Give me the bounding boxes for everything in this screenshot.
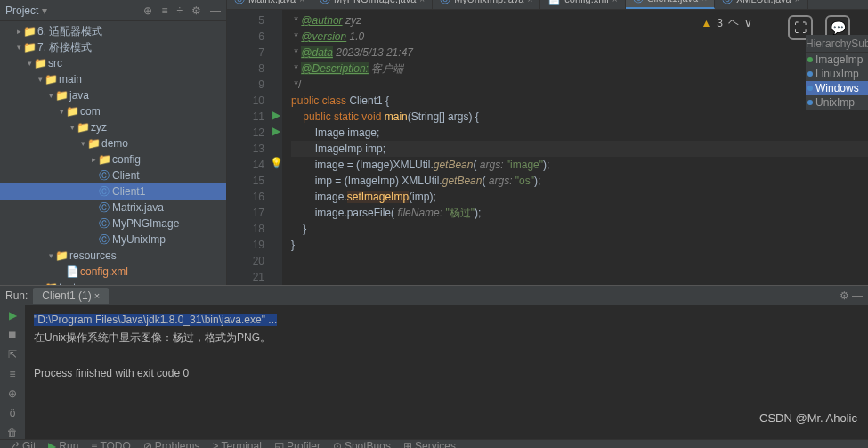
editor-tabs[interactable]: ⒸMatrix.java×ⒸMyPNGImage.java×ⒸMyUnixImp… xyxy=(227,0,868,10)
tree-item[interactable]: ▾📁demo xyxy=(0,135,226,151)
tool-icon[interactable]: ⊕ xyxy=(8,387,17,400)
run-toolbar: ▶ ⏹ ⇱ ≡ ⊕ ö 🗑 xyxy=(0,305,25,439)
tree-item[interactable]: ▾📁com xyxy=(0,103,226,119)
project-icon[interactable]: ≡ xyxy=(161,4,167,17)
gear-icon[interactable]: ⚙ — xyxy=(840,289,863,302)
statusbar-item[interactable]: ⊘Problems xyxy=(143,440,200,448)
gutter-marks: ▶▶💡 xyxy=(270,10,282,285)
project-icon[interactable]: ⚙ xyxy=(191,4,201,17)
project-tree[interactable]: ▸📁6. 适配器模式▾📁7. 桥接模式▾📁src▾📁main▾📁java▾📁co… xyxy=(0,21,226,285)
watermark: CSDN @Mr. Aholic xyxy=(759,411,857,425)
statusbar-item[interactable]: ≡TODO xyxy=(91,440,130,448)
run-panel: Run: Client1 (1) × ⚙ — ▶ ⏹ ⇱ ≡ ⊕ ö 🗑 "D:… xyxy=(0,285,868,439)
editor-tab[interactable]: ⒸMatrix.java× xyxy=(227,0,312,9)
tree-item[interactable]: ▾📁zyz xyxy=(0,119,226,135)
project-icon[interactable]: — xyxy=(210,4,221,17)
hierarchy-item[interactable]: ImageImp xyxy=(806,53,868,67)
project-header: Project ▾ ⊕ ≡ ÷ ⚙ — xyxy=(0,0,226,21)
statusbar-item[interactable]: ⎇Git xyxy=(7,440,36,448)
close-icon[interactable]: × xyxy=(527,0,532,4)
warning-badge[interactable]: ▲ 3 ヘ ∨ xyxy=(701,15,752,30)
tree-item[interactable]: ⒸClient1 xyxy=(0,183,226,200)
editor-tab[interactable]: ⒸMyUnixImp.java× xyxy=(433,0,540,9)
close-icon[interactable]: × xyxy=(795,0,800,4)
run-tab[interactable]: Client1 (1) × xyxy=(33,288,109,304)
run-label: Run: xyxy=(5,289,28,302)
tree-item[interactable]: ▾📁7. 桥接模式 xyxy=(0,39,226,55)
project-icon[interactable]: ⊕ xyxy=(143,4,152,17)
editor: ⒸMatrix.java×ⒸMyPNGImage.java×ⒸMyUnixImp… xyxy=(227,0,868,285)
editor-tab[interactable]: 📄config.xml× xyxy=(540,0,625,9)
hierarchy-item[interactable]: UnixImp xyxy=(806,95,868,110)
statusbar-item[interactable]: ⊙SpotBugs xyxy=(333,440,391,448)
tree-item[interactable]: ⒸMyUnixImp xyxy=(0,232,226,248)
tree-item[interactable]: ▾📁src xyxy=(0,55,226,71)
tool-icon[interactable]: ö xyxy=(10,407,16,419)
statusbar-item[interactable]: >Terminal xyxy=(213,440,262,448)
gutter: 56789101112131415161718192021 xyxy=(227,10,270,285)
close-icon[interactable]: × xyxy=(612,0,618,4)
hierarchy-panel: Hierarchy Subtype ImageImpLinuxImpWindow… xyxy=(806,35,868,110)
close-icon[interactable]: × xyxy=(299,0,304,4)
console[interactable]: "D:\Program Files\Java\jdk1.8.0_31\bin\j… xyxy=(25,305,868,439)
rerun-icon[interactable]: ▶ xyxy=(9,309,17,322)
trash-icon[interactable]: 🗑 xyxy=(7,427,18,439)
tree-item[interactable]: ▸📁config xyxy=(0,151,226,167)
close-icon[interactable]: × xyxy=(702,0,707,4)
hierarchy-item[interactable]: LinuxImp xyxy=(806,67,868,81)
tool-icon[interactable]: ≡ xyxy=(9,368,15,380)
stop-icon[interactable]: ⏹ xyxy=(7,329,18,341)
tree-item[interactable]: ⒸMatrix.java xyxy=(0,200,226,216)
tree-item[interactable]: ▾📁main xyxy=(0,71,226,87)
editor-tab[interactable]: ⒸMyPNGImage.java× xyxy=(312,0,433,9)
tree-item[interactable]: ▸📁6. 适配器模式 xyxy=(0,23,226,39)
tree-item[interactable]: ▾📁resources xyxy=(0,248,226,264)
tree-item[interactable]: ⒸClient xyxy=(0,167,226,183)
tool-icon[interactable]: ⇱ xyxy=(8,348,17,361)
statusbar-item[interactable]: ⊞Services xyxy=(403,440,456,448)
warning-icon: ▲ xyxy=(701,17,711,29)
tree-item[interactable]: ⒸMyPNGImage xyxy=(0,216,226,232)
statusbar-item[interactable]: ◱Profiler xyxy=(274,440,320,448)
project-icon[interactable]: ÷ xyxy=(176,4,183,17)
project-sidebar: Project ▾ ⊕ ≡ ÷ ⚙ — ▸📁6. 适配器模式▾📁7. 桥接模式▾… xyxy=(0,0,227,285)
hierarchy-item[interactable]: Windows xyxy=(806,81,868,95)
editor-tab[interactable]: ⒸClient1.java× xyxy=(626,0,715,9)
code[interactable]: * @author zyz * @version 1.0 * @data 202… xyxy=(282,10,868,285)
hierarchy-tab[interactable]: Hierarchy xyxy=(806,35,851,52)
status-bar: ⎇Git▶Run≡TODO⊘Problems>Terminal◱Profiler… xyxy=(0,439,868,448)
project-title: Project xyxy=(5,4,38,17)
tree-item[interactable]: 📄config.xml xyxy=(0,264,226,280)
close-icon[interactable]: × xyxy=(419,0,425,4)
editor-tab[interactable]: ⒸXMLUtil.java× xyxy=(715,0,808,9)
project-toolbar: ⊕ ≡ ÷ ⚙ — xyxy=(143,4,221,17)
tree-item[interactable]: ▾📁java xyxy=(0,87,226,103)
statusbar-item[interactable]: ▶Run xyxy=(48,440,78,448)
subtype-tab[interactable]: Subtype xyxy=(851,35,868,52)
